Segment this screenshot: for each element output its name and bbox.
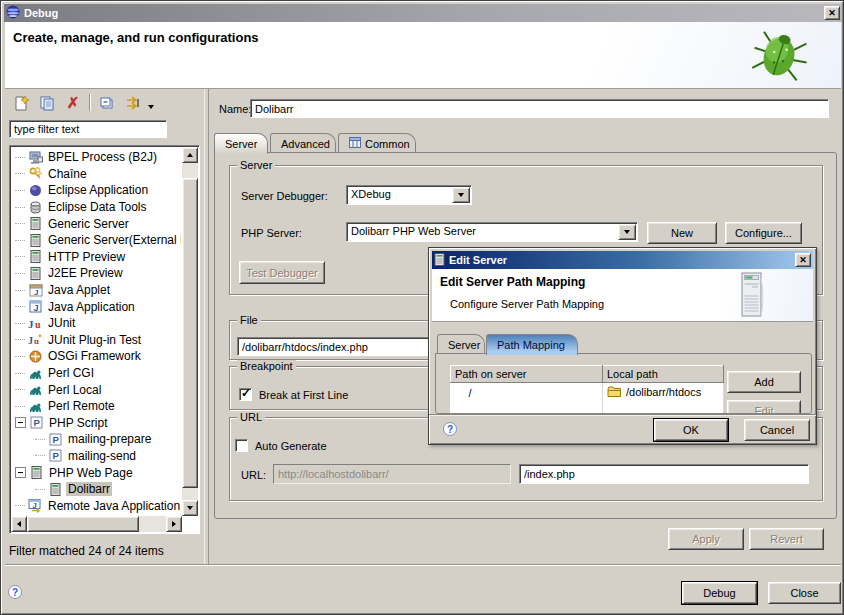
collapse-toggle-icon[interactable] xyxy=(15,467,26,478)
tree-item-osgi-framework[interactable]: OSGi Framework xyxy=(11,348,181,365)
name-input[interactable] xyxy=(250,99,829,118)
eclipse-logo-icon xyxy=(6,5,20,21)
combo-dropdown-icon[interactable] xyxy=(452,187,470,203)
tree-item-remote-java-application[interactable]: JRemote Java Application xyxy=(11,497,181,514)
tree-connector xyxy=(15,190,25,191)
scroll-down-button[interactable] xyxy=(182,500,198,516)
url-label: URL: xyxy=(241,469,266,481)
break-first-line-checkbox[interactable] xyxy=(239,388,252,401)
filter-icon[interactable] xyxy=(123,93,143,113)
php-server-combo[interactable]: Dolibarr PHP Web Server xyxy=(346,222,638,242)
tree-item-http-preview[interactable]: HTTP Preview xyxy=(11,249,181,266)
tree-item-label: Perl Remote xyxy=(46,399,117,413)
tree-item-eclipse-application[interactable]: Eclipse Application xyxy=(11,182,181,199)
tree-connector xyxy=(15,223,25,224)
tree-item-eclipse-data-tools[interactable]: Eclipse Data Tools xyxy=(11,199,181,216)
tree-item-label: Java Application xyxy=(46,300,137,314)
dialog-titlebar: Edit Server ✕ xyxy=(432,251,813,269)
auto-generate-label: Auto Generate xyxy=(255,440,327,452)
php-server-label: PHP Server: xyxy=(241,227,302,239)
scroll-left-button[interactable] xyxy=(11,516,27,532)
tree-item-bpel-process-b2j[interactable]: BPEL Process (B2J) xyxy=(11,149,181,166)
tab-server[interactable]: Server xyxy=(214,133,268,154)
tree-item-label: Generic Server(External La xyxy=(46,233,181,247)
tree-item-generic-server[interactable]: Generic Server xyxy=(11,215,181,232)
debug-button[interactable]: Debug xyxy=(682,582,757,604)
help-icon[interactable]: ? xyxy=(8,585,22,599)
duplicate-icon[interactable] xyxy=(37,93,57,113)
vertical-scroll-thumb[interactable] xyxy=(182,178,198,488)
auto-generate-checkbox[interactable] xyxy=(235,439,248,452)
tree-connector xyxy=(15,306,25,307)
tree-item-mailing-prepare[interactable]: Pmailing-prepare xyxy=(11,431,181,448)
tree-item-dolibarr[interactable]: Dolibarr xyxy=(11,481,181,498)
dialog-tab-server[interactable]: Server xyxy=(437,334,485,354)
perl-icon xyxy=(28,366,43,380)
filter-input[interactable] xyxy=(9,120,167,138)
url-path-input[interactable] xyxy=(519,464,809,484)
cancel-button[interactable]: Cancel xyxy=(744,419,810,441)
tree-item-java-application[interactable]: JJava Application xyxy=(11,298,181,315)
tree-item-label: HTTP Preview xyxy=(46,250,127,264)
column-local-path[interactable]: Local path xyxy=(603,366,724,383)
tree-item-mailing-send[interactable]: Pmailing-send xyxy=(11,448,181,465)
tree-item-generic-server-external-la[interactable]: Generic Server(External La xyxy=(11,232,181,249)
ok-button[interactable]: OK xyxy=(654,419,728,441)
tree-connector xyxy=(15,505,25,506)
tree-rows: BPEL Process (B2J)ChaîneEclipse Applicat… xyxy=(11,149,181,515)
revert-button: Revert xyxy=(749,528,824,550)
remote-java-icon: J xyxy=(28,499,43,513)
combo-dropdown-icon[interactable] xyxy=(618,224,636,240)
column-path-on-server[interactable]: Path on server xyxy=(451,366,603,383)
dialog-close-button[interactable]: ✕ xyxy=(795,253,811,267)
configurations-tree: BPEL Process (B2J)ChaîneEclipse Applicat… xyxy=(9,145,200,534)
junit-icon: Ju xyxy=(28,316,43,330)
toolbar-menu-chevron-icon[interactable] xyxy=(145,97,157,117)
scroll-right-button[interactable] xyxy=(166,516,182,532)
scroll-up-button[interactable] xyxy=(182,147,198,163)
tree-item-perl-local[interactable]: Perl Local xyxy=(11,381,181,398)
dialog-tab-path-mapping[interactable]: Path Mapping xyxy=(486,334,578,355)
delete-icon[interactable]: ✗ xyxy=(63,93,83,113)
tree-item-perl-cgi[interactable]: Perl CGI xyxy=(11,365,181,382)
collapse-toggle-icon[interactable] xyxy=(15,417,26,428)
dialog-heading: Edit Server Path Mapping xyxy=(440,275,585,289)
tree-item-label: Perl Local xyxy=(46,383,103,397)
dialog-help-icon[interactable]: ? xyxy=(443,422,457,436)
tree-item-junit[interactable]: JuJUnit xyxy=(11,315,181,332)
dialog-banner: Edit Server Path Mapping Configure Serve… xyxy=(432,269,813,322)
new-configuration-icon[interactable] xyxy=(11,93,31,113)
tree-connector xyxy=(15,406,25,407)
horizontal-scroll-thumb[interactable] xyxy=(27,516,139,532)
tree-item-junit-plug-in-test[interactable]: JuJUnit Plug-in Test xyxy=(11,332,181,349)
svg-text:J: J xyxy=(34,303,39,313)
add-mapping-button[interactable]: Add xyxy=(727,371,801,393)
path-mapping-row[interactable]: //dolibarr/htdocs xyxy=(451,383,724,403)
path-mapping-table: Path on server Local path //dolibarr/htd… xyxy=(450,365,724,414)
tab-advanced[interactable]: Advanced xyxy=(270,133,336,153)
window-close-button[interactable]: ✕ xyxy=(824,6,840,20)
tree-item-php-web-page[interactable]: PHP Web Page xyxy=(11,464,181,481)
tree-item-label: PHP Script xyxy=(47,416,109,430)
tree-item-php-script[interactable]: PPHP Script xyxy=(11,415,181,432)
server-debugger-combo[interactable]: XDebug xyxy=(346,185,472,205)
header-banner: Create, manage, and run configurations xyxy=(5,22,841,89)
dialog-subheading: Configure Server Path Mapping xyxy=(450,298,604,310)
close-button[interactable]: Close xyxy=(768,582,841,604)
tree-item-j2ee-preview[interactable]: J2EE Preview xyxy=(11,265,181,282)
osgi-icon xyxy=(28,349,43,363)
new-server-button[interactable]: New xyxy=(647,222,717,244)
server-icon xyxy=(28,250,43,264)
tab-common[interactable]: Common xyxy=(338,133,416,153)
svg-text:J: J xyxy=(34,288,38,297)
url-group-legend: URL xyxy=(237,411,265,423)
tree-item-perl-remote[interactable]: Perl Remote xyxy=(11,398,181,415)
tree-item-java-applet[interactable]: JJava Applet xyxy=(11,282,181,299)
configure-button[interactable]: Configure... xyxy=(725,222,802,244)
debug-configurations-window: Debug ✕ Create, manage, and run configur… xyxy=(0,0,844,615)
apply-button: Apply xyxy=(668,528,744,550)
panel-sash[interactable] xyxy=(204,89,209,564)
collapse-all-icon[interactable] xyxy=(97,93,117,113)
tree-item-cha-ne[interactable]: Chaîne xyxy=(11,166,181,183)
junit-plugin-icon: Ju xyxy=(28,333,43,347)
